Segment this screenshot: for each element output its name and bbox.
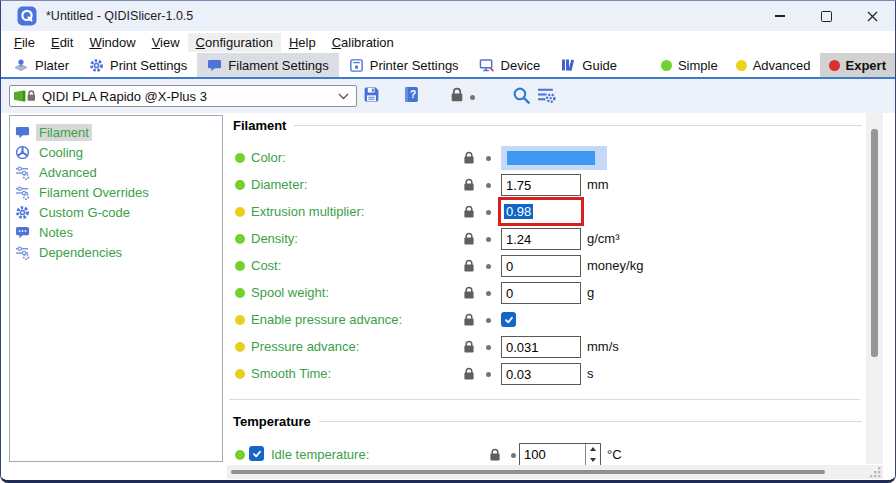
enable-pressure-advance-checkbox[interactable] <box>501 312 516 327</box>
lock-icon[interactable] <box>463 259 475 272</box>
menu-view[interactable]: View <box>144 33 188 52</box>
gear-icon <box>15 205 30 220</box>
setting-row-smooth-time: Smooth Time: s <box>229 362 866 386</box>
extrusion-multiplier-input[interactable]: 0.98 <box>498 197 584 226</box>
lock-icon[interactable] <box>463 340 475 353</box>
sidebar-item-custom-gcode[interactable]: Custom G-code <box>10 202 222 222</box>
horizontal-scrollbar-thumb[interactable] <box>231 470 825 474</box>
filament-icon <box>15 125 30 140</box>
density-input[interactable] <box>501 228 581 250</box>
plater-icon <box>13 57 29 73</box>
tab-guide[interactable]: Guide <box>550 53 627 77</box>
settings-sidebar: Filament Cooling Advanced Filament Overr… <box>9 115 223 462</box>
lock-icon[interactable] <box>463 367 475 380</box>
lock-icon[interactable] <box>463 232 475 245</box>
horizontal-scrollbar[interactable] <box>227 465 883 479</box>
sidebar-item-label: Cooling <box>36 144 86 161</box>
compare-presets-button[interactable] <box>537 86 556 104</box>
tab-device[interactable]: Device <box>469 53 551 77</box>
menu-help[interactable]: Help <box>281 33 324 52</box>
mode-advanced[interactable]: Advanced <box>727 53 820 77</box>
setting-row-cost: Cost: money/kg <box>229 254 866 278</box>
smooth-time-input[interactable] <box>501 363 581 385</box>
preset-combobox[interactable]: QIDI PLA Rapido @X-Plus 3 <box>9 85 357 107</box>
lock-icon[interactable] <box>489 448 501 461</box>
cost-input[interactable] <box>501 255 581 277</box>
section-title: Temperature <box>233 414 311 429</box>
title-bar: *Untitled - QIDISlicer-1.0.5 <box>1 1 895 31</box>
tab-bar: Plater Print Settings Filament Settings … <box>1 53 895 77</box>
save-preset-button[interactable] <box>363 86 380 103</box>
lock-all-button[interactable] <box>450 87 464 102</box>
lock-icon[interactable] <box>463 286 475 299</box>
close-button[interactable] <box>849 1 895 31</box>
setting-label: Cost: <box>251 258 281 273</box>
value-state-dot-icon <box>235 261 245 271</box>
mode-label: Advanced <box>753 58 811 73</box>
app-window: *Untitled - QIDISlicer-1.0.5 File Edit W… <box>0 0 896 483</box>
minimize-button[interactable] <box>757 1 803 31</box>
pressure-advance-input[interactable] <box>501 336 581 358</box>
sidebar-item-advanced[interactable]: Advanced <box>10 162 222 182</box>
color-swatch-button[interactable] <box>501 146 607 170</box>
check-icon <box>504 315 514 325</box>
setting-label: Enable pressure advance: <box>251 312 402 327</box>
sidebar-item-label: Filament Overrides <box>36 184 152 201</box>
menu-edit[interactable]: Edit <box>43 33 81 52</box>
sidebar-item-filament[interactable]: Filament <box>10 122 222 142</box>
lock-icon[interactable] <box>463 178 475 191</box>
setting-row-extrusion-multiplier: Extrusion multiplier: 0.98 <box>229 200 866 224</box>
resize-grip[interactable] <box>869 466 882 479</box>
vertical-scrollbar-thumb[interactable] <box>871 129 878 357</box>
sidebar-item-notes[interactable]: Notes <box>10 222 222 242</box>
sidebar-item-cooling[interactable]: Cooling <box>10 142 222 162</box>
spinner-up-button[interactable] <box>586 444 600 455</box>
tab-printer-settings[interactable]: Printer Settings <box>339 53 469 77</box>
revert-dot-icon <box>486 372 491 377</box>
value-state-dot-icon <box>235 207 245 217</box>
menu-window[interactable]: Window <box>81 33 143 52</box>
unit-label: °C <box>607 447 622 462</box>
filament-settings-panel: Filament Color: Diameter: mm <box>229 113 866 480</box>
tab-print-settings[interactable]: Print Settings <box>79 53 197 77</box>
diameter-input[interactable] <box>501 174 581 196</box>
section-header-filament: Filament <box>233 116 862 134</box>
idle-temperature-checkbox[interactable] <box>249 446 264 461</box>
menu-file[interactable]: File <box>6 33 43 52</box>
help-button[interactable]: ? <box>404 86 419 103</box>
unit-label: mm/s <box>587 339 619 354</box>
menu-calibration[interactable]: Calibration <box>324 33 402 52</box>
lock-icon[interactable] <box>463 205 475 218</box>
tab-plater[interactable]: Plater <box>3 53 79 77</box>
search-button[interactable] <box>512 86 531 105</box>
vertical-scrollbar[interactable] <box>866 113 883 464</box>
setting-row-diameter: Diameter: mm <box>229 173 866 197</box>
maximize-button[interactable] <box>803 1 849 31</box>
sidebar-item-filament-overrides[interactable]: Filament Overrides <box>10 182 222 202</box>
tab-label: Guide <box>582 58 617 73</box>
sidebar-item-dependencies[interactable]: Dependencies <box>10 242 222 262</box>
revert-dot-icon <box>486 345 491 350</box>
expert-mode-dot-icon <box>829 60 840 71</box>
mode-expert[interactable]: Expert <box>820 53 895 77</box>
close-icon <box>867 11 878 22</box>
mode-label: Expert <box>846 58 886 73</box>
help-icon: ? <box>404 86 419 103</box>
filament-icon <box>207 58 222 73</box>
sidebar-item-label: Filament <box>36 124 92 141</box>
filament-preset-icon <box>13 88 39 104</box>
sidebar-item-label: Custom G-code <box>36 204 133 221</box>
spool-weight-input[interactable] <box>501 282 581 304</box>
unit-label: g/cm³ <box>587 231 620 246</box>
unit-label: money/kg <box>587 258 643 273</box>
sidebar-item-label: Dependencies <box>36 244 125 261</box>
spinner-down-button[interactable] <box>586 455 600 466</box>
mode-simple[interactable]: Simple <box>652 53 727 77</box>
tab-filament-settings[interactable]: Filament Settings <box>197 53 338 77</box>
lock-icon[interactable] <box>463 151 475 164</box>
mode-label: Simple <box>678 58 718 73</box>
menu-configuration[interactable]: Configuration <box>188 33 281 52</box>
revert-dot-icon <box>486 264 491 269</box>
lock-icon[interactable] <box>463 313 475 326</box>
idle-temperature-spinner[interactable]: 100 <box>519 443 601 466</box>
